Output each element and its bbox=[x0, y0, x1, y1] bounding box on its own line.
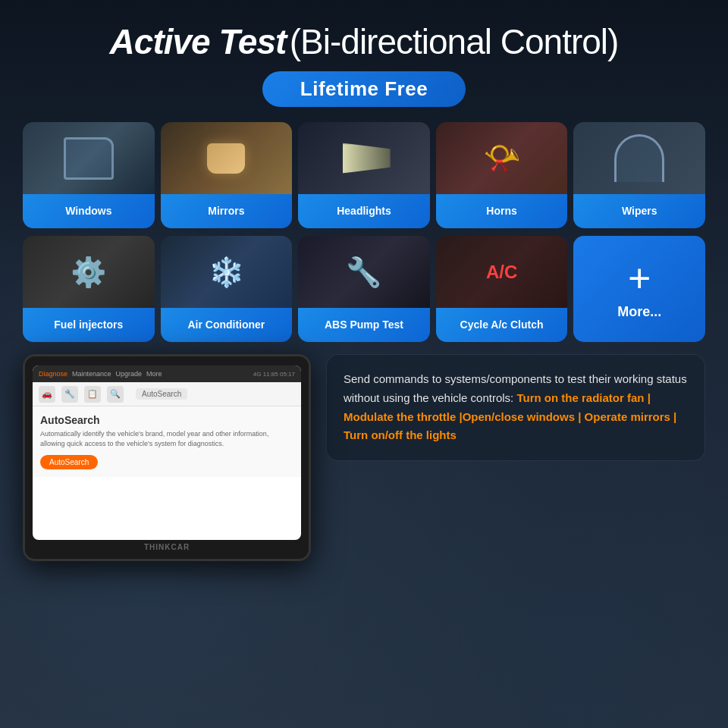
feature-card-windows[interactable]: Windows bbox=[23, 122, 155, 228]
title-bold: Active Test bbox=[110, 22, 287, 61]
tab-diagnose: Diagnose bbox=[39, 370, 67, 378]
autosearch-button[interactable]: AutoSearch bbox=[40, 455, 98, 469]
feature-grid-row2: Fuel injectors Air Conditioner ABS Pump … bbox=[23, 236, 705, 342]
feature-label-horns: Horns bbox=[436, 194, 568, 228]
status-bar: 4G 11:85 05:17 bbox=[253, 371, 295, 378]
lifetime-badge: Lifetime Free bbox=[262, 71, 466, 107]
more-card[interactable]: + More... bbox=[573, 236, 705, 342]
feature-img-headlights bbox=[298, 122, 430, 194]
feature-img-fuel-injectors bbox=[23, 236, 155, 308]
nav-icon-4: 🔍 bbox=[107, 386, 124, 403]
info-text: Send commands to systems/components to t… bbox=[344, 370, 688, 445]
feature-card-air-conditioner[interactable]: Air Conditioner bbox=[161, 236, 293, 342]
nav-icon-2: 🔧 bbox=[61, 386, 78, 403]
feature-card-wipers[interactable]: Wipers bbox=[573, 122, 705, 228]
tablet-brand: THINKCAR bbox=[33, 543, 301, 551]
tablet-content: AutoSearch Automatically identify the ve… bbox=[33, 406, 301, 477]
info-box: Send commands to systems/components to t… bbox=[326, 354, 705, 461]
autosearch-nav: AutoSearch bbox=[136, 388, 187, 400]
feature-img-air-conditioner bbox=[161, 236, 293, 308]
title-normal: (Bi-directional Control) bbox=[290, 22, 619, 61]
tab-upgrade: Upgrade bbox=[116, 370, 143, 378]
feature-card-headlights[interactable]: Headlights bbox=[298, 122, 430, 228]
feature-card-fuel-injectors[interactable]: Fuel injectors bbox=[23, 236, 155, 342]
feature-label-abs-pump-test: ABS Pump Test bbox=[298, 308, 430, 342]
autosearch-title: AutoSearch bbox=[40, 414, 293, 426]
feature-label-headlights: Headlights bbox=[298, 194, 430, 228]
tab-maintenance: Maintenance bbox=[72, 370, 111, 378]
tablet-device: Diagnose Maintenance Upgrade More 4G 11:… bbox=[23, 354, 311, 561]
badge-row: Lifetime Free bbox=[23, 71, 705, 107]
feature-card-cycle-ac-clutch[interactable]: Cycle A/c Clutch bbox=[436, 236, 568, 342]
feature-label-cycle-ac-clutch: Cycle A/c Clutch bbox=[436, 308, 568, 342]
feature-label-fuel-injectors: Fuel injectors bbox=[23, 308, 155, 342]
tablet-header: Diagnose Maintenance Upgrade More 4G 11:… bbox=[33, 366, 301, 382]
feature-img-windows bbox=[23, 122, 155, 194]
bottom-section: Diagnose Maintenance Upgrade More 4G 11:… bbox=[23, 354, 705, 561]
feature-img-abs-pump-test bbox=[298, 236, 430, 308]
more-plus: + bbox=[628, 259, 651, 298]
feature-img-cycle-ac-clutch bbox=[436, 236, 568, 308]
autosearch-desc: Automatically identify the vehicle's bra… bbox=[40, 429, 293, 448]
tab-more: More bbox=[146, 370, 162, 378]
feature-label-air-conditioner: Air Conditioner bbox=[161, 308, 293, 342]
feature-label-wipers: Wipers bbox=[573, 194, 705, 228]
feature-img-horns bbox=[436, 122, 568, 194]
page-title: Active Test (Bi-directional Control) bbox=[23, 21, 705, 62]
feature-card-abs-pump-test[interactable]: ABS Pump Test bbox=[298, 236, 430, 342]
more-label: More... bbox=[617, 304, 661, 320]
feature-card-horns[interactable]: Horns bbox=[436, 122, 568, 228]
feature-grid-row1: Windows Mirrors Headlights Horns Wipers bbox=[23, 122, 705, 228]
feature-img-mirrors bbox=[161, 122, 293, 194]
nav-icon-1: 🚗 bbox=[39, 386, 55, 403]
feature-card-mirrors[interactable]: Mirrors bbox=[161, 122, 293, 228]
tablet-container: Diagnose Maintenance Upgrade More 4G 11:… bbox=[23, 354, 311, 561]
nav-icon-3: 📋 bbox=[84, 386, 101, 403]
tablet-screen: Diagnose Maintenance Upgrade More 4G 11:… bbox=[33, 366, 301, 540]
feature-img-wipers bbox=[573, 122, 705, 194]
tablet-nav: 🚗 🔧 📋 🔍 AutoSearch bbox=[33, 382, 301, 406]
feature-label-mirrors: Mirrors bbox=[161, 194, 293, 228]
feature-label-windows: Windows bbox=[23, 194, 155, 228]
